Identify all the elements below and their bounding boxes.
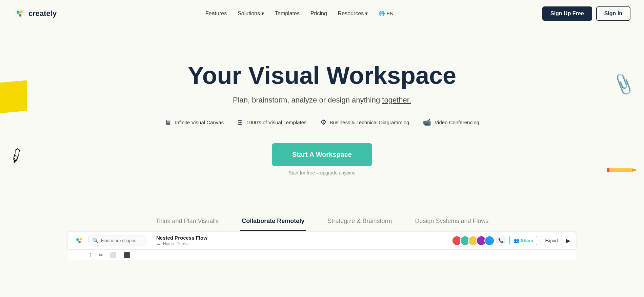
start-workspace-button[interactable]: Start A Workspace	[272, 143, 372, 166]
hero-section: 🖊 📎 Your Visual Workspace Plan, brainsto…	[0, 27, 644, 204]
nav-actions: Sign Up Free Sign In	[542, 6, 630, 21]
export-button[interactable]: Export	[541, 236, 562, 245]
sticky-note-decoration	[0, 80, 27, 113]
chevron-down-icon: ▾	[261, 10, 264, 17]
tabs-section: Think and Plan Visually Collaborate Remo…	[0, 204, 644, 260]
text-tool-icon[interactable]: T	[88, 252, 92, 258]
phone-button[interactable]: 📞	[496, 236, 506, 246]
canvas-icon: 🖥	[165, 118, 172, 126]
preview-tools: T ✏ ⬜ ⬛	[68, 250, 576, 260]
svg-rect-7	[607, 168, 609, 172]
share-button[interactable]: 👥 Share	[509, 236, 537, 245]
search-input[interactable]	[101, 238, 142, 243]
preview-toolbar: 🔍 Nested Process Flow ☁ Home Public 📞 👥	[68, 231, 576, 250]
language-selector[interactable]: 🌐 EN	[379, 11, 394, 17]
svg-marker-6	[632, 168, 637, 172]
preview-actions: 📞 👥 Share Export ▶	[454, 236, 570, 246]
svg-point-3	[19, 14, 21, 17]
tab-think-plan[interactable]: Think and Plan Visually	[154, 214, 220, 231]
nav-solutions[interactable]: Solutions ▾	[238, 10, 264, 17]
preview-logo	[74, 235, 84, 246]
navbar: creately Features Solutions ▾ Templates …	[0, 0, 644, 27]
hero-tagline: Start for free – upgrade anytime	[288, 170, 356, 175]
share-icon: 👥	[514, 238, 519, 243]
search-icon: 🔍	[92, 237, 99, 244]
tabs-bar: Think and Plan Visually Collaborate Remo…	[0, 211, 644, 231]
paperclip-decoration: 📎	[611, 72, 637, 96]
nav-templates[interactable]: Templates	[275, 11, 300, 17]
logo-icon	[14, 7, 26, 20]
preview-search[interactable]: 🔍	[88, 236, 145, 245]
signin-button[interactable]: Sign In	[596, 6, 630, 21]
svg-point-4	[17, 11, 18, 12]
diagramming-icon: ⚙	[320, 118, 326, 126]
nav-links: Features Solutions ▾ Templates Pricing R…	[205, 10, 394, 17]
pen-tool-icon[interactable]: ✏	[99, 252, 103, 258]
svg-point-10	[78, 241, 80, 243]
feature-templates: ⊞ 1000's of Visual Templates	[237, 118, 306, 126]
svg-point-0	[14, 8, 25, 19]
signup-button[interactable]: Sign Up Free	[542, 6, 592, 21]
frame-tool-icon[interactable]: ⬛	[123, 252, 130, 258]
hero-subtitle: Plan, brainstorm, analyze or design anyt…	[233, 96, 411, 105]
svg-point-2	[20, 10, 23, 13]
feature-video: 📹 Video Conferencing	[423, 118, 479, 126]
cloud-icon: ☁	[156, 241, 160, 246]
preview-title-area: Nested Process Flow ☁ Home Public	[149, 235, 450, 246]
svg-point-9	[80, 238, 82, 240]
pencil-decoration	[607, 165, 637, 177]
doc-home: Home	[163, 241, 174, 246]
feature-diagramming: ⚙ Business & Technical Diagramming	[320, 118, 409, 126]
chevron-down-icon: ▾	[365, 10, 368, 17]
hero-title: Your Visual Workspace	[188, 62, 456, 89]
svg-point-1	[17, 11, 20, 14]
marker-decoration: 🖊	[7, 145, 26, 165]
templates-icon: ⊞	[237, 118, 243, 126]
nav-resources[interactable]: Resources ▾	[338, 10, 368, 17]
svg-rect-5	[608, 168, 632, 172]
doc-title: Nested Process Flow	[156, 235, 450, 241]
shape-tool-icon[interactable]: ⬜	[110, 252, 117, 258]
doc-meta: ☁ Home Public	[156, 241, 450, 246]
tab-strategize[interactable]: Strategize & Brainstorm	[326, 214, 393, 231]
video-icon: 📹	[423, 118, 431, 126]
hero-features: 🖥 Infinite Visual Canvas ⊞ 1000's of Vis…	[165, 118, 479, 126]
avatar-5	[484, 236, 495, 246]
svg-point-8	[76, 238, 79, 241]
feature-canvas: 🖥 Infinite Visual Canvas	[165, 118, 224, 126]
brand-name: creately	[28, 9, 57, 18]
nav-pricing[interactable]: Pricing	[310, 11, 327, 17]
nav-features[interactable]: Features	[205, 11, 227, 17]
hero-subtitle-link: together.	[382, 96, 411, 104]
tab-collaborate[interactable]: Collaborate Remotely	[240, 214, 306, 231]
doc-visibility: Public	[177, 241, 188, 246]
tab-design-systems[interactable]: Design Systems and Flows	[414, 214, 490, 231]
logo[interactable]: creately	[14, 7, 57, 20]
play-button[interactable]: ▶	[566, 237, 570, 244]
globe-icon: 🌐	[379, 11, 385, 17]
avatar-group	[454, 236, 495, 246]
